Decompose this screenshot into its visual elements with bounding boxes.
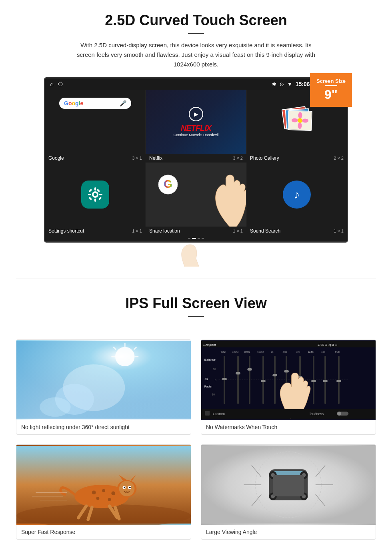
bluetooth-icon: ✱ bbox=[272, 81, 276, 87]
svg-text:10: 10 bbox=[213, 368, 216, 371]
svg-point-83 bbox=[111, 491, 115, 495]
svg-rect-73 bbox=[205, 411, 210, 416]
amplifier-image: ⌂ Amplifier 17:33 ⊡ ◁) ⊠ ▭ Balance ◁) Fa… bbox=[201, 340, 376, 420]
page-dot-4 bbox=[202, 238, 204, 239]
gmaps-icon: G G bbox=[158, 175, 178, 196]
svg-rect-60 bbox=[247, 368, 252, 371]
svg-rect-65 bbox=[311, 380, 316, 382]
svg-rect-72 bbox=[201, 409, 376, 419]
netflix-label-bar: Netflix 3 × 2 bbox=[146, 154, 246, 163]
car-svg bbox=[201, 445, 376, 525]
feature2-label: No Watermarks When Touch bbox=[201, 420, 376, 434]
svg-text:10k: 10k bbox=[296, 351, 300, 353]
settings-app-cell[interactable] bbox=[45, 163, 145, 227]
svg-rect-61 bbox=[261, 380, 266, 382]
cheetah-image bbox=[16, 445, 191, 525]
device-wrapper: Screen Size 9" ⌂ ⎔ ✱ ⊙ ▼ 15:06 ⊡ bbox=[24, 77, 368, 243]
pagination-dots bbox=[45, 235, 347, 241]
badge-label: Screen Size bbox=[316, 78, 346, 84]
page-dot-2-active bbox=[192, 238, 196, 239]
google-search-bar[interactable]: Google 🎤 bbox=[59, 98, 131, 109]
hand-icon bbox=[210, 171, 246, 227]
svg-rect-13 bbox=[98, 197, 102, 200]
bottom-label-bars: Settings shortcut 1 × 1 Share location 1… bbox=[45, 227, 347, 235]
svg-rect-59 bbox=[236, 372, 240, 375]
svg-text:SUB: SUB bbox=[335, 351, 340, 353]
section1-divider bbox=[188, 33, 204, 34]
netflix-logo: NETFLIX bbox=[174, 124, 218, 133]
share-app-size: 1 × 1 bbox=[233, 229, 243, 233]
section2-divider bbox=[188, 316, 204, 317]
feature4-label: Large Viewing Angle bbox=[201, 525, 376, 539]
svg-text:0: 0 bbox=[215, 379, 216, 381]
page-dot-1 bbox=[188, 238, 190, 239]
svg-text:12.5k: 12.5k bbox=[308, 351, 313, 353]
svg-rect-66 bbox=[323, 380, 328, 382]
settings-app-name: Settings shortcut bbox=[48, 228, 84, 234]
flower-svg bbox=[288, 111, 312, 130]
play-button[interactable]: ▶ bbox=[189, 107, 203, 121]
device-frame: ⌂ ⎔ ✱ ⊙ ▼ 15:06 ⊡ ◁) ⊠ ▭ bbox=[44, 77, 348, 243]
svg-point-7 bbox=[94, 193, 97, 196]
netflix-app-cell[interactable]: ▶ NETFLIX Continue Marvel's Daredevil bbox=[146, 90, 246, 154]
feature-sunlight: No light reflecting under 360° direct su… bbox=[16, 339, 191, 435]
usb-icon: ⎔ bbox=[58, 81, 63, 87]
svg-text:100hz: 100hz bbox=[232, 351, 239, 353]
hand-below-device bbox=[0, 243, 392, 267]
google-logo: Google bbox=[64, 100, 83, 106]
top-label-bars: Google 3 × 1 Netflix 3 × 2 Photo Gallery… bbox=[45, 154, 347, 163]
svg-rect-114 bbox=[273, 475, 304, 496]
gallery-app-size: 2 × 2 bbox=[334, 156, 344, 161]
share-location-cell[interactable]: G G bbox=[146, 163, 246, 227]
svg-rect-63 bbox=[284, 370, 289, 373]
svg-point-84 bbox=[96, 497, 100, 500]
svg-rect-11 bbox=[99, 194, 102, 195]
svg-text:G: G bbox=[164, 178, 172, 190]
svg-rect-14 bbox=[97, 189, 100, 192]
feature1-label: No light reflecting under 360° direct su… bbox=[16, 420, 191, 434]
hand-pointing-svg bbox=[156, 243, 236, 267]
svg-text:15k: 15k bbox=[321, 351, 325, 353]
app-grid-bottom: G G bbox=[45, 163, 347, 227]
cheetah-svg bbox=[16, 445, 191, 525]
sound-app-name: Sound Search bbox=[250, 228, 280, 234]
section2-title: IPS Full Screen View bbox=[24, 295, 368, 312]
feature-watermark: ⌂ Amplifier 17:33 ⊡ ◁) ⊠ ▭ Balance ◁) Fa… bbox=[201, 339, 376, 435]
google-label-bar: Google 3 × 1 bbox=[45, 154, 145, 163]
svg-text:⌂ Amplifier: ⌂ Amplifier bbox=[203, 343, 216, 347]
svg-point-82 bbox=[102, 489, 105, 492]
svg-text:Custom: Custom bbox=[213, 412, 225, 416]
netflix-subtitle: Continue Marvel's Daredevil bbox=[174, 133, 218, 137]
sound-search-cell[interactable]: ♪ bbox=[247, 163, 347, 227]
music-note-icon: ♪ bbox=[294, 188, 300, 201]
share-app-name: Share location bbox=[149, 228, 180, 234]
status-time: 15:06 bbox=[296, 81, 310, 87]
svg-text:loudness: loudness bbox=[310, 412, 324, 416]
svg-point-87 bbox=[119, 481, 135, 496]
section-divider-line bbox=[16, 279, 376, 279]
share-label-bar: Share location 1 × 1 bbox=[146, 227, 246, 235]
section-curved: 2.5D Curved Touch Screen With 2.5D curve… bbox=[0, 0, 392, 251]
netflix-app-size: 3 × 2 bbox=[233, 156, 243, 161]
home-icon: ⌂ bbox=[50, 81, 53, 87]
section1-desc: With 2.5D curved-display screen, this de… bbox=[72, 40, 320, 69]
svg-text:-10: -10 bbox=[211, 393, 215, 396]
page-dot-3 bbox=[198, 238, 200, 239]
google-app-size: 3 × 1 bbox=[132, 156, 142, 161]
screen-size-badge: Screen Size 9" bbox=[310, 73, 352, 107]
netflix-app-name: Netflix bbox=[149, 155, 162, 161]
svg-rect-8 bbox=[94, 187, 96, 191]
settings-label-bar: Settings shortcut 1 × 1 bbox=[45, 227, 145, 235]
svg-point-30 bbox=[40, 397, 71, 417]
gallery-app-name: Photo Gallery bbox=[250, 155, 279, 161]
app-grid-top: Google 🎤 ▶ NETFLIX Continue Marvel's Dar… bbox=[45, 90, 347, 154]
svg-text:◁): ◁) bbox=[204, 377, 208, 381]
google-app-cell[interactable]: Google 🎤 bbox=[45, 90, 145, 154]
settings-icon-wrap bbox=[81, 181, 109, 209]
gallery-stack bbox=[281, 106, 313, 138]
mic-icon: 🎤 bbox=[120, 100, 126, 106]
svg-rect-62 bbox=[272, 374, 277, 376]
sunlight-svg bbox=[16, 340, 191, 420]
svg-text:2.5k: 2.5k bbox=[282, 351, 287, 353]
svg-text:60hz: 60hz bbox=[220, 351, 226, 353]
